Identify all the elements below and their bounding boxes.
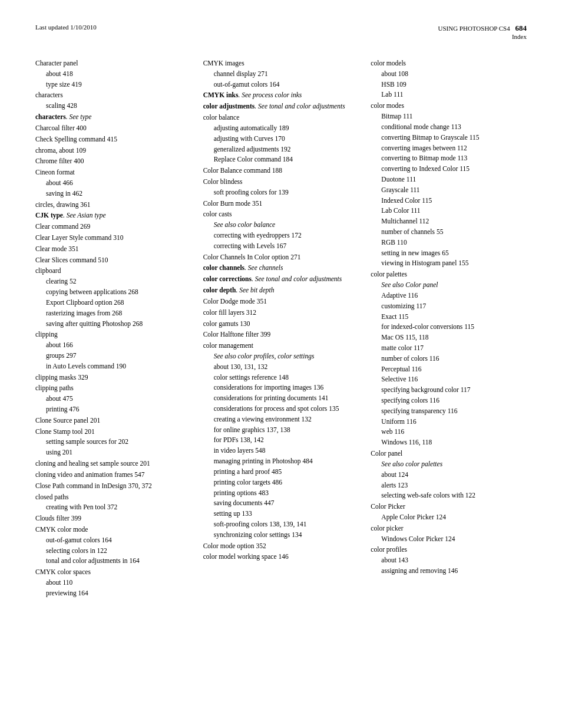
index-sub-entry: clearing 52 — [35, 276, 191, 287]
index-sub-entry: about 124 — [371, 470, 527, 480]
index-sub-entry: selecting colors in 122 — [35, 546, 191, 556]
index-main-entry: Check Spelling command 415 — [35, 134, 191, 145]
index-sub-entry: alerts 123 — [371, 480, 527, 491]
index-sub-entry: customizing 117 — [371, 301, 527, 312]
index-main-entry: chroma, about 109 — [35, 146, 191, 156]
index-sub-entry: Export Clipboard option 268 — [35, 298, 191, 308]
index-sub-entry: previewing 164 — [35, 588, 191, 599]
index-sub-entry: saving in 462 — [35, 189, 191, 199]
index-sub-entry: Duotone 111 — [371, 174, 527, 185]
index-sub-entry: correcting with eyedroppers 172 — [203, 230, 359, 241]
index-sub-entry: See also Color panel — [371, 280, 527, 291]
index-sub-entry: in Auto Levels command 190 — [35, 361, 191, 372]
index-sub-entry: soft-proofing colors 138, 139, 141 — [203, 519, 359, 530]
index-sub-entry: specifying background color 117 — [371, 385, 527, 396]
index-sub-entry: See also color balance — [203, 220, 359, 230]
index-sub-entry: printing color targets 486 — [203, 477, 359, 488]
index-main-entry: color profiles — [371, 545, 527, 555]
index-sub-entry: setting up 133 — [203, 509, 359, 519]
page: Last updated 1/10/2010 USING PHOTOSHOP C… — [0, 0, 562, 728]
index-main-entry: color management — [203, 341, 359, 351]
index-sub-entry: Replace Color command 184 — [203, 154, 359, 165]
index-sub-entry: considerations for process and spot colo… — [203, 404, 359, 414]
index-main-entry: color gamuts 130 — [203, 319, 359, 330]
index-sub-entry: considerations for printing documents 14… — [203, 393, 359, 404]
index-main-entry: Clear Slices command 510 — [35, 255, 191, 266]
index-sub-entry: Windows 116, 118 — [371, 437, 527, 448]
index-sub-entry: Bitmap 111 — [371, 111, 527, 122]
index-sub-entry: conditional mode change 113 — [371, 122, 527, 133]
index-sub-entry: about 130, 131, 132 — [203, 362, 359, 373]
index-main-entry: Color Halftone filter 399 — [203, 330, 359, 340]
index-sub-entry: Multichannel 112 — [371, 216, 527, 227]
index-main-entry: Clone Source panel 201 — [35, 416, 191, 426]
index-sub-entry: about 143 — [371, 555, 527, 566]
last-updated: Last updated 1/10/2010 — [35, 24, 97, 31]
index-main-entry: Color Balance command 188 — [203, 166, 359, 176]
index-main-entry: color depth. See bit depth — [203, 285, 359, 296]
index-main-entry: Clouds filter 399 — [35, 513, 191, 524]
index-main-entry: color model working space 146 — [203, 552, 359, 562]
index-sub-entry: about 108 — [371, 69, 527, 80]
index-main-entry: color channels. See channels — [203, 263, 359, 274]
index-sub-entry: synchronizing color settings 134 — [203, 530, 359, 541]
index-sub-entry: Apple Color Picker 124 — [371, 512, 527, 523]
index-main-entry: cloning and healing set sample source 20… — [35, 459, 191, 469]
index-main-entry: color models — [371, 58, 527, 69]
index-column-3: color modelsabout 108HSB 109Lab 111color… — [371, 58, 527, 599]
index-main-entry: closed paths — [35, 492, 191, 503]
index-main-entry: CMYK inks. See process color inks — [203, 90, 359, 101]
index-main-entry: Cineon format — [35, 167, 191, 178]
index-sub-entry: about 475 — [35, 394, 191, 404]
index-main-entry: Color Picker — [371, 502, 527, 512]
index-sub-entry: about 418 — [35, 69, 191, 80]
index-main-entry: clipping paths — [35, 383, 191, 394]
index-column-2: CMYK imageschannel display 271out-of-gam… — [203, 58, 359, 599]
index-sub-entry: web 116 — [371, 427, 527, 437]
index-main-entry: characters. See type — [35, 112, 191, 123]
index-sub-entry: tonal and color adjustments in 164 — [35, 556, 191, 566]
index-main-entry: cloning video and animation frames 547 — [35, 470, 191, 480]
index-main-entry: Charcoal filter 400 — [35, 123, 191, 134]
index-sub-entry: Adaptive 116 — [371, 291, 527, 301]
index-sub-entry: about 466 — [35, 178, 191, 189]
section-label: Index — [438, 33, 527, 40]
index-main-entry: Character panel — [35, 58, 191, 69]
index-sub-entry: considerations for importing images 136 — [203, 383, 359, 393]
index-sub-entry: for online graphics 137, 138 — [203, 425, 359, 436]
index-sub-entry: Lab Color 111 — [371, 206, 527, 216]
index-sub-entry: viewing in Histogram panel 155 — [371, 258, 527, 269]
index-main-entry: color adjustments. See tonal and color a… — [203, 101, 359, 112]
index-sub-entry: managing printing in Photoshop 484 — [203, 456, 359, 467]
index-sub-entry: Lab 111 — [371, 90, 527, 100]
index-sub-entry: color settings reference 148 — [203, 373, 359, 383]
page-number: 684 — [515, 24, 527, 32]
index-sub-entry: saving documents 447 — [203, 498, 359, 509]
index-main-entry: Clear command 269 — [35, 222, 191, 232]
index-sub-entry: converting images between 112 — [371, 143, 527, 154]
index-sub-entry: soft proofing colors for 139 — [203, 187, 359, 198]
index-sub-entry: creating a viewing environment 132 — [203, 414, 359, 425]
page-header: Last updated 1/10/2010 USING PHOTOSHOP C… — [35, 24, 527, 40]
index-main-entry: CMYK color mode — [35, 525, 191, 535]
index-sub-entry: number of colors 116 — [371, 354, 527, 364]
index-main-entry: Color Channels In Color option 271 — [203, 252, 359, 263]
index-main-entry: color palettes — [371, 269, 527, 280]
index-main-entry: color casts — [203, 209, 359, 220]
index-sub-entry: channel display 271 — [203, 69, 359, 80]
index-main-entry: Clear Layer Style command 310 — [35, 233, 191, 243]
index-sub-entry: Grayscale 111 — [371, 185, 527, 196]
index-main-entry: circles, drawing 361 — [35, 200, 191, 210]
index-sub-entry: Uniform 116 — [371, 417, 527, 427]
index-main-entry: color balance — [203, 113, 359, 123]
book-title-text: USING PHOTOSHOP CS4 — [438, 25, 510, 32]
index-sub-entry: converting to Indexed Color 115 — [371, 164, 527, 174]
index-sub-entry: type size 419 — [35, 80, 191, 90]
index-main-entry: Color panel — [371, 449, 527, 459]
index-sub-entry: about 166 — [35, 340, 191, 351]
index-main-entry: Color blindess — [203, 177, 359, 187]
index-sub-entry: HSB 109 — [371, 80, 527, 90]
index-sub-entry: saving after quitting Photoshop 268 — [35, 319, 191, 330]
index-sub-entry: converting Bitmap to Grayscale 115 — [371, 133, 527, 143]
index-sub-entry: Selective 116 — [371, 374, 527, 385]
